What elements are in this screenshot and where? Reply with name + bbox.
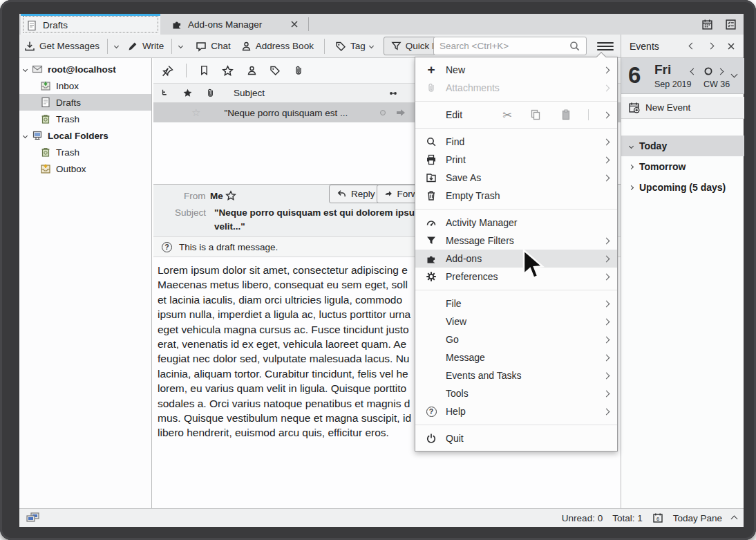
new-event-icon bbox=[628, 102, 640, 113]
today-pane-calendar-icon[interactable]: 6 bbox=[652, 512, 663, 523]
tab-addons-manager[interactable]: Add-ons Manager bbox=[164, 14, 305, 35]
folder-drafts-selected[interactable]: Drafts bbox=[19, 94, 151, 111]
chevron-right-icon bbox=[603, 237, 610, 244]
tag-label: Tag bbox=[350, 41, 366, 51]
tasks-tab-button[interactable] bbox=[721, 16, 739, 32]
new-event-button[interactable]: New Event bbox=[621, 97, 744, 119]
attachment-filter-icon[interactable] bbox=[293, 65, 304, 76]
menu-item-find[interactable]: Find bbox=[415, 133, 617, 151]
subject-label: Subject bbox=[175, 207, 206, 218]
today-dot-icon[interactable] bbox=[703, 66, 713, 76]
menu-item-go[interactable]: Go bbox=[415, 330, 617, 348]
menu-item-message-filters[interactable]: Message Filters bbox=[415, 232, 617, 250]
next-day-icon[interactable] bbox=[717, 68, 724, 75]
star-icon[interactable]: ☆ bbox=[191, 106, 200, 119]
previous-day-icon[interactable] bbox=[690, 68, 697, 75]
folder-trash-local[interactable]: Trash bbox=[19, 144, 151, 160]
window-content: Drafts Add-ons Manager Get Messages bbox=[19, 14, 744, 527]
folder-outbox[interactable]: Outbox bbox=[19, 160, 151, 177]
tag-button[interactable]: Tag bbox=[330, 37, 378, 56]
address-book-label: Address Book bbox=[256, 41, 314, 51]
write-button[interactable]: Write bbox=[122, 37, 169, 56]
folder-drafts-label: Drafts bbox=[56, 97, 81, 108]
mail-account-icon bbox=[32, 64, 43, 75]
offline-status-icon[interactable] bbox=[26, 512, 40, 523]
menu-item-help[interactable]: ? Help bbox=[415, 402, 617, 420]
sticky-filter-icon[interactable] bbox=[162, 65, 173, 77]
menu-item-empty-trash[interactable]: Empty Trash bbox=[415, 187, 617, 205]
document-icon bbox=[26, 20, 37, 31]
read-status-dot[interactable] bbox=[380, 110, 386, 115]
chat-button[interactable]: Chat bbox=[191, 37, 236, 56]
chevron-up-icon[interactable] bbox=[731, 516, 738, 523]
menu-item-new[interactable]: + New bbox=[415, 61, 617, 79]
reply-button[interactable]: Reply bbox=[329, 185, 383, 203]
month-year: Sep 2019 bbox=[654, 80, 692, 89]
minimonth-expander-icon[interactable] bbox=[731, 71, 738, 78]
starred-column-icon[interactable] bbox=[182, 88, 193, 98]
get-messages-dropdown[interactable] bbox=[111, 37, 122, 56]
chevron-right-icon bbox=[603, 390, 610, 397]
menu-item-file[interactable]: File bbox=[415, 295, 617, 313]
draft-notice-text: This is a draft message. bbox=[179, 242, 278, 252]
menu-item-tools[interactable]: Tools bbox=[415, 384, 617, 402]
star-message-icon[interactable] bbox=[225, 190, 236, 201]
forward-icon bbox=[384, 189, 393, 199]
app-menu-button[interactable] bbox=[597, 39, 614, 54]
trash-icon bbox=[426, 190, 437, 201]
plus-icon: + bbox=[425, 62, 437, 77]
starred-filter-icon[interactable] bbox=[222, 65, 234, 77]
close-tab-icon[interactable] bbox=[290, 20, 299, 28]
tomorrow-section[interactable]: Tomorrow bbox=[621, 156, 744, 177]
menu-item-message[interactable]: Message bbox=[415, 348, 617, 366]
folder-outbox-label: Outbox bbox=[56, 164, 86, 174]
subject-column[interactable]: Subject bbox=[234, 88, 265, 98]
today-section[interactable]: Today bbox=[621, 136, 744, 156]
next-view-icon[interactable] bbox=[708, 43, 715, 50]
folder-local-folders[interactable]: Local Folders bbox=[19, 127, 151, 144]
address-book-button[interactable]: Address Book bbox=[236, 37, 319, 56]
forwarded-arrow-icon bbox=[395, 107, 406, 118]
trash-icon bbox=[40, 113, 51, 124]
menu-item-addons[interactable]: Add-ons bbox=[415, 250, 617, 268]
menu-item-print[interactable]: Print bbox=[415, 151, 617, 169]
outbox-icon bbox=[40, 163, 51, 174]
calendar-icon bbox=[701, 19, 713, 30]
folder-inbox[interactable]: Inbox bbox=[19, 77, 151, 94]
menu-item-events-and-tasks[interactable]: Events and Tasks bbox=[415, 366, 617, 384]
menu-item-quit[interactable]: Quit bbox=[415, 429, 617, 447]
previous-view-icon[interactable] bbox=[689, 43, 696, 50]
attachment-column-icon[interactable] bbox=[205, 88, 216, 98]
cut-icon[interactable]: ✂ bbox=[503, 109, 512, 122]
menu-item-save-as[interactable]: Save As bbox=[415, 169, 617, 187]
chat-icon bbox=[196, 41, 207, 52]
global-search-input[interactable]: Search <Ctrl+K> bbox=[433, 37, 587, 55]
folder-trash-account[interactable]: Trash bbox=[19, 111, 151, 127]
folder-account-root[interactable]: root@localhost bbox=[19, 61, 151, 77]
tab-drafts[interactable]: Drafts bbox=[21, 14, 160, 35]
write-label: Write bbox=[142, 41, 164, 51]
today-pane-toggle-label[interactable]: Today Pane bbox=[673, 513, 722, 523]
get-messages-button[interactable]: Get Messages bbox=[19, 37, 104, 56]
menu-separator bbox=[415, 209, 617, 210]
address-book-icon bbox=[240, 41, 252, 52]
copy-icon[interactable] bbox=[530, 109, 541, 120]
paste-icon[interactable] bbox=[560, 109, 571, 120]
upcoming-section[interactable]: Upcoming (5 days) bbox=[621, 177, 744, 198]
contact-filter-icon[interactable] bbox=[246, 65, 257, 76]
menu-item-activity-manager[interactable]: Activity Manager bbox=[415, 214, 617, 232]
gear-icon bbox=[426, 271, 437, 282]
thread-column-icon[interactable] bbox=[160, 89, 170, 98]
chevron-right-icon bbox=[629, 185, 634, 189]
close-today-pane-icon[interactable] bbox=[727, 42, 735, 50]
read-column-icon[interactable] bbox=[388, 88, 399, 99]
tag-filter-icon[interactable] bbox=[270, 65, 281, 76]
calendar-tab-button[interactable] bbox=[698, 16, 716, 32]
date-block: 6 Fri Sep 2019 CW 36 bbox=[621, 58, 744, 94]
unread-filter-icon[interactable] bbox=[199, 65, 209, 76]
menu-item-view[interactable]: View bbox=[415, 313, 617, 330]
menu-item-preferences[interactable]: Preferences bbox=[415, 268, 617, 286]
puzzle-icon bbox=[171, 19, 182, 30]
write-dropdown[interactable] bbox=[175, 37, 187, 56]
chevron-right-icon bbox=[603, 336, 610, 343]
